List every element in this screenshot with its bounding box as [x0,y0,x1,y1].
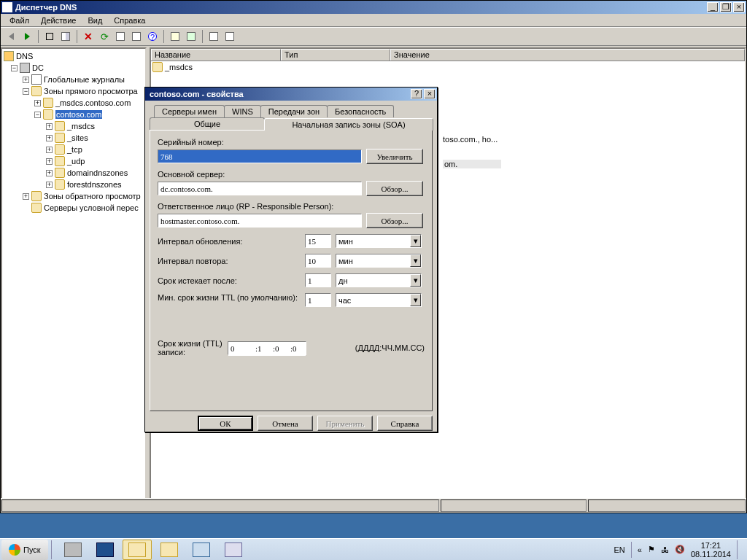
refresh-unit-select[interactable]: мин▾ [336,234,422,248]
tray-flag-icon[interactable]: ⚑ [648,545,655,554]
refresh-value-input[interactable] [305,234,331,248]
tree-node-udp[interactable]: +_udp [4,155,144,167]
collapse-icon[interactable]: − [11,65,18,71]
responsible-person-input[interactable] [158,214,362,228]
back-button[interactable] [4,29,18,44]
clock[interactable]: 17:21 08.11.2014 [691,541,731,559]
tray-show-hidden-icon[interactable]: « [638,545,642,554]
start-button[interactable]: Пуск [1,540,48,560]
maximize-button[interactable]: ❐ [720,2,732,12]
list-button[interactable] [222,29,237,44]
tree-node-msdcs[interactable]: +_msdcs [4,120,144,132]
retry-unit-select[interactable]: мин▾ [336,254,422,268]
tab-nameservers[interactable]: Серверы имен [154,105,225,117]
expand-icon[interactable]: + [46,170,53,176]
browse-rp-button[interactable]: Обзор... [366,213,423,228]
folder-open-icon [31,86,42,96]
tab-general[interactable]: Общие [150,117,265,130]
dialog-help-button[interactable]: Справка [377,416,433,431]
expire-value-input[interactable] [305,273,331,287]
taskbar-app-network[interactable] [187,540,216,560]
tree-label: forestdnszones [67,180,122,189]
tree-node-globals[interactable]: +Глобальные журналы [4,74,144,85]
show-hide-button[interactable] [58,29,73,44]
titlebar: Диспетчер DNS _ ❐ × [1,1,746,14]
minttl-unit-select[interactable]: час▾ [336,293,422,307]
powershell-icon [96,542,114,557]
tray-network-icon[interactable]: 🖧 [661,545,669,554]
expand-icon[interactable]: + [46,135,53,141]
expand-icon[interactable]: + [23,193,29,200]
properties-button[interactable] [129,29,144,44]
export-button[interactable] [113,29,128,44]
tree-node-dns[interactable]: DNS [4,50,144,62]
column-name[interactable]: Название [151,49,281,61]
new-record-button[interactable] [184,29,198,44]
expand-icon[interactable]: + [34,100,41,106]
apply-button[interactable]: Применить [317,416,373,431]
tab-security[interactable]: Безопасность [327,105,394,117]
serial-input[interactable] [158,149,362,163]
column-type[interactable]: Тип [281,49,390,61]
filter-button[interactable] [206,29,221,44]
tree-node-server[interactable]: −DC [4,62,144,74]
expire-unit-select[interactable]: дн▾ [336,273,422,287]
tree-node-contoso[interactable]: −contoso.com [4,109,144,120]
ttl-days-input[interactable] [228,342,253,356]
tree-node-msdcs-contoso[interactable]: +_msdcs.contoso.com [4,97,144,109]
help-button[interactable]: ? [145,29,160,44]
forward-button[interactable] [20,29,34,44]
taskbar-app-server[interactable] [58,540,88,560]
tree-node-tcp[interactable]: +_tcp [4,144,144,155]
language-indicator[interactable]: EN [614,545,625,554]
show-desktop-button[interactable] [737,540,743,559]
expand-icon[interactable]: + [23,77,29,83]
expand-icon[interactable]: + [46,123,53,130]
collapse-icon[interactable]: − [34,112,41,118]
retry-value-input[interactable] [305,254,331,268]
cancel-button[interactable]: Отмена [258,416,313,431]
ok-button[interactable]: ОК [198,416,253,431]
minimize-button[interactable]: _ [707,2,719,12]
minttl-value-input[interactable] [305,293,331,307]
tab-transfers[interactable]: Передачи зон [260,105,328,117]
expand-icon[interactable]: + [46,147,53,153]
taskbar-app-folder[interactable] [155,540,184,560]
taskbar-app-powershell[interactable] [90,540,120,560]
ttl-hours-input[interactable] [253,342,271,356]
menu-view[interactable]: Вид [82,15,108,26]
tree-node-conditional[interactable]: Серверы условной перес [4,202,144,214]
expand-icon[interactable]: + [46,158,53,165]
tab-wins[interactable]: WINS [224,105,261,117]
ttl-compound-input[interactable] [228,341,306,355]
expand-icon[interactable]: + [46,182,53,188]
tree-node-domaindns[interactable]: +domaindnszones [4,167,144,179]
column-value[interactable]: Значение [390,49,745,61]
increment-button[interactable]: Увеличить [366,149,423,164]
menu-file[interactable]: Файл [4,15,35,26]
delete-button[interactable]: ✕ [81,29,96,44]
collapse-icon[interactable]: − [23,88,29,95]
dialog-close-button[interactable]: × [424,89,436,99]
dropdown-icon: ▾ [410,254,421,267]
tab-soa[interactable]: Начальная запись зоны (SOA) [264,118,433,131]
ttl-secs-input[interactable] [288,342,306,356]
new-zone-button[interactable] [168,29,182,44]
tree-node-sites[interactable]: +_sites [4,132,144,144]
tree-node-fwd-zones[interactable]: −Зоны прямого просмотра [4,85,144,97]
browse-primary-button[interactable]: Обзор... [366,181,423,196]
tree-node-forestdns[interactable]: +forestdnszones [4,179,144,190]
menu-help[interactable]: Справка [108,15,151,26]
up-button[interactable] [42,29,57,44]
tree-node-rev-zones[interactable]: +Зоны обратного просмотр [4,190,144,202]
tray-sound-icon[interactable]: 🔇 [675,545,685,554]
dialog-help-button[interactable]: ? [411,89,422,99]
menu-action[interactable]: Действие [35,15,82,26]
ttl-mins-input[interactable] [271,342,288,356]
close-button[interactable]: × [733,2,745,12]
primary-server-input[interactable] [158,182,362,195]
taskbar-app-dns[interactable] [219,540,248,560]
refresh-button[interactable]: ⟳ [97,29,112,44]
taskbar-app-explorer[interactable] [123,540,152,560]
list-row[interactable]: _msdcs [151,61,745,73]
